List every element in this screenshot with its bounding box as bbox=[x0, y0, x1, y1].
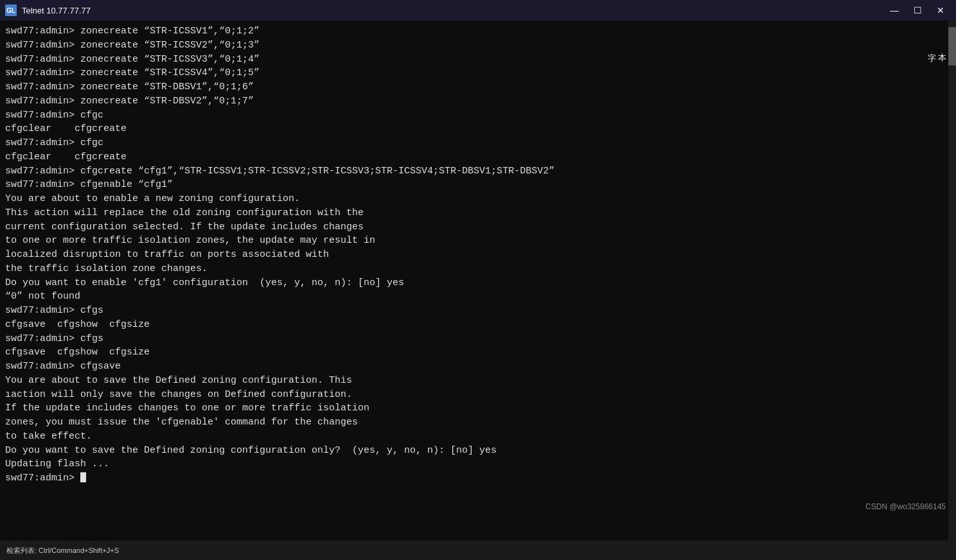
title-bar-left: GL Telnet 10.77.77.77 bbox=[5, 4, 91, 16]
bottom-bar: 检索列表: Ctrl/Command+Shift+J+S bbox=[0, 541, 956, 560]
watermark: CSDN @wo325866145 bbox=[865, 502, 946, 511]
title-controls: — ☐ ✕ bbox=[884, 3, 951, 18]
window: GL Telnet 10.77.77.77 — ☐ ✕ swd77:admin>… bbox=[0, 0, 956, 560]
maximize-button[interactable]: ☐ bbox=[907, 3, 928, 18]
close-button[interactable]: ✕ bbox=[930, 3, 951, 18]
title-bar: GL Telnet 10.77.77.77 — ☐ ✕ bbox=[0, 0, 956, 21]
terminal-area: swd77:admin> zonecreate “STR-ICSSV1”,“0;… bbox=[0, 21, 956, 541]
bottom-text: 检索列表: Ctrl/Command+Shift+J+S bbox=[6, 546, 119, 556]
window-title: Telnet 10.77.77.77 bbox=[22, 6, 91, 15]
scrollbar[interactable] bbox=[948, 21, 956, 541]
terminal-content: swd77:admin> zonecreate “STR-ICSSV1”,“0;… bbox=[5, 24, 943, 486]
terminal-body[interactable]: swd77:admin> zonecreate “STR-ICSSV1”,“0;… bbox=[0, 21, 956, 541]
app-icon: GL bbox=[5, 4, 17, 16]
minimize-button[interactable]: — bbox=[884, 3, 905, 18]
scrollbar-thumb[interactable] bbox=[948, 27, 956, 66]
